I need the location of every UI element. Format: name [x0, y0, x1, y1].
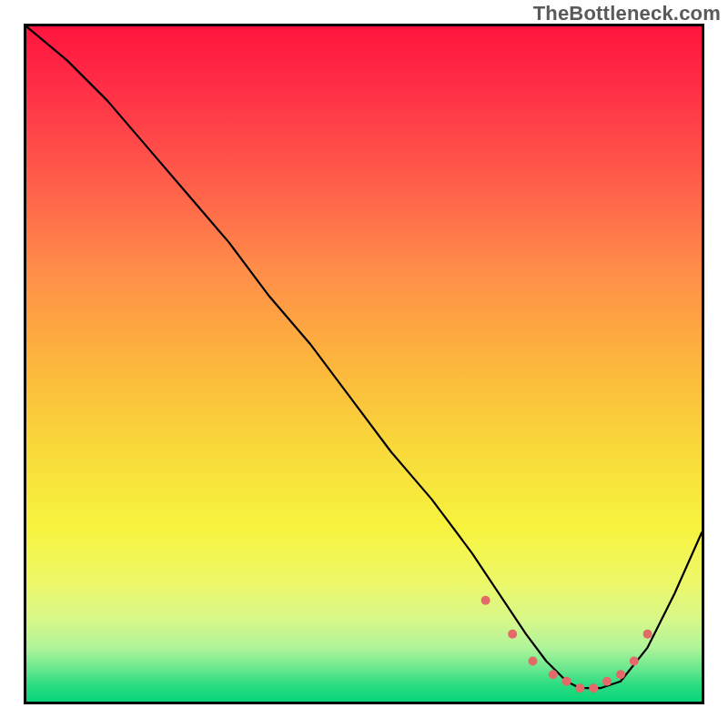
bottleneck-curve	[26, 26, 702, 688]
optimal-range-dot	[529, 657, 538, 666]
optimal-range-dot	[589, 683, 598, 693]
optimal-range-dot	[630, 657, 639, 666]
optimal-range-dot	[508, 630, 517, 639]
optimal-range-dot	[602, 677, 612, 686]
optimal-range-dot	[549, 670, 558, 679]
optimal-range-dot	[616, 670, 625, 679]
watermark-text: TheBottleneck.com	[533, 2, 721, 25]
optimal-range-dot	[481, 596, 490, 605]
bottleneck-chart: TheBottleneck.com	[0, 0, 728, 728]
optimal-range-dot	[643, 630, 652, 639]
optimal-range-dot	[562, 677, 571, 686]
curve-overlay	[26, 26, 702, 702]
plot-area	[24, 24, 704, 704]
optimal-range-dot	[575, 683, 584, 693]
